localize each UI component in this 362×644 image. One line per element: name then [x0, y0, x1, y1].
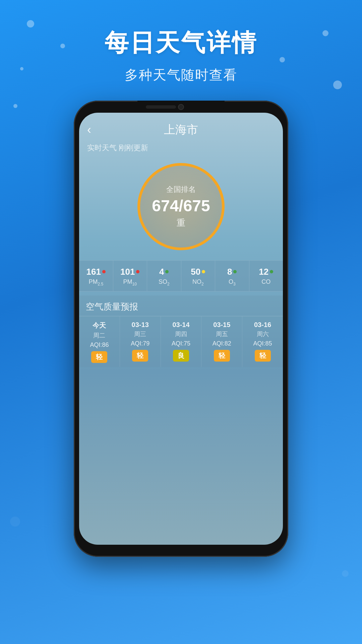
poll-value: 4 — [159, 267, 164, 277]
fc-badge: 轻 — [91, 351, 107, 363]
aqi-section: 全国排名 674/675 重 — [79, 156, 283, 260]
pollutant-row: 161 PM2.5 101 PM10 4 SO2 50 NO2 8 O3 12 — [79, 260, 283, 291]
poll-name: CO — [261, 278, 270, 286]
pollutant-item: 8 O3 — [215, 261, 249, 291]
poll-dot — [202, 270, 205, 273]
aqi-level: 重 — [177, 217, 185, 229]
poll-dot — [233, 270, 237, 273]
fc-aqi: AQI:86 — [90, 341, 109, 348]
phone-screen: ‹ 上海市 实时天气 刚刚更新 全国排名 674/675 重 161 PM2.5… — [79, 113, 283, 545]
pollutant-item: 101 PM10 — [113, 261, 147, 291]
city-name: 上海市 — [164, 122, 198, 138]
poll-value: 12 — [259, 267, 268, 277]
poll-value: 101 — [120, 267, 135, 277]
forecast-row: 今天 周二 AQI:86 轻 03-13 周三 AQI:79 轻 03-14 周… — [79, 316, 283, 367]
aqi-value: 674/675 — [152, 197, 210, 215]
poll-dot — [270, 270, 273, 273]
forecast-title: 空气质量预报 — [79, 296, 283, 316]
fc-weekday: 周五 — [216, 330, 228, 338]
poll-dot — [102, 270, 106, 273]
fc-day: 03-16 — [254, 321, 271, 329]
fc-day: 今天 — [93, 321, 106, 330]
poll-dot — [165, 270, 169, 273]
poll-value: 8 — [227, 267, 232, 277]
pollutant-item: 50 NO2 — [181, 261, 216, 291]
pollutant-item: 12 CO — [249, 261, 283, 291]
fc-badge: 轻 — [132, 350, 148, 362]
fc-weekday: 周二 — [93, 331, 105, 339]
poll-dot — [136, 270, 139, 273]
main-title: 每日天气详情 — [0, 27, 362, 59]
poll-name: SO2 — [159, 278, 170, 286]
fc-day: 03-15 — [213, 321, 230, 329]
aqi-label: 全国排名 — [166, 184, 196, 195]
forecast-col: 03-14 周四 AQI:75 良 — [161, 316, 202, 367]
fc-weekday: 周六 — [257, 330, 269, 338]
fc-badge: 轻 — [255, 350, 271, 362]
fc-day: 03-14 — [172, 321, 189, 329]
phone-mockup: ‹ 上海市 实时天气 刚刚更新 全国排名 674/675 重 161 PM2.5… — [74, 101, 288, 564]
aqi-circle: 全国排名 674/675 重 — [137, 163, 225, 250]
pollutant-item: 4 SO2 — [147, 261, 181, 291]
poll-name: PM10 — [123, 278, 137, 286]
forecast-col: 今天 周二 AQI:86 轻 — [79, 316, 120, 367]
poll-value: 50 — [191, 267, 200, 277]
poll-name: O3 — [229, 278, 236, 286]
fc-weekday: 周三 — [134, 330, 146, 338]
header-section: 每日天气详情 多种天气随时查看 — [0, 0, 362, 84]
forecast-col: 03-13 周三 AQI:79 轻 — [120, 316, 161, 367]
back-button[interactable]: ‹ — [87, 123, 91, 137]
status-bar: 实时天气 刚刚更新 — [79, 142, 283, 156]
fc-badge: 轻 — [214, 350, 230, 362]
poll-name: NO2 — [192, 278, 204, 286]
forecast-col: 03-16 周六 AQI:85 轻 — [242, 316, 283, 367]
sub-title: 多种天气随时查看 — [0, 66, 362, 84]
app-header: ‹ 上海市 — [79, 113, 283, 142]
fc-aqi: AQI:79 — [131, 340, 149, 347]
forecast-section: 空气质量预报 今天 周二 AQI:86 轻 03-13 周三 AQI:79 轻 … — [79, 296, 283, 367]
fc-aqi: AQI:75 — [172, 340, 190, 347]
fc-day: 03-13 — [132, 321, 149, 329]
forecast-col: 03-15 周五 AQI:82 轻 — [201, 316, 242, 367]
pollutant-item: 161 PM2.5 — [79, 261, 113, 291]
phone-camera — [178, 104, 184, 110]
fc-weekday: 周四 — [175, 330, 187, 338]
fc-badge: 良 — [173, 350, 189, 362]
phone-speaker — [146, 105, 176, 109]
poll-name: PM2.5 — [88, 278, 103, 286]
poll-value: 161 — [86, 267, 101, 277]
fc-aqi: AQI:82 — [213, 340, 231, 347]
fc-aqi: AQI:85 — [253, 340, 272, 347]
